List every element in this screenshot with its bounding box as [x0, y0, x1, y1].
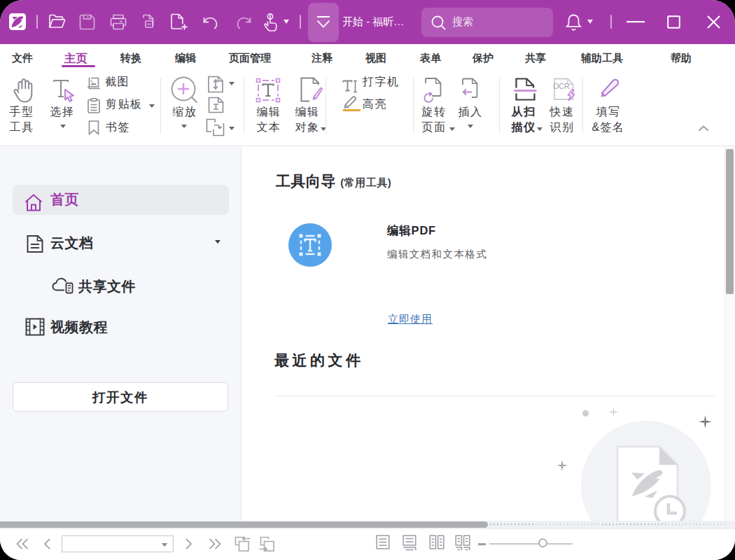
svg-text:OCR: OCR [553, 82, 570, 90]
